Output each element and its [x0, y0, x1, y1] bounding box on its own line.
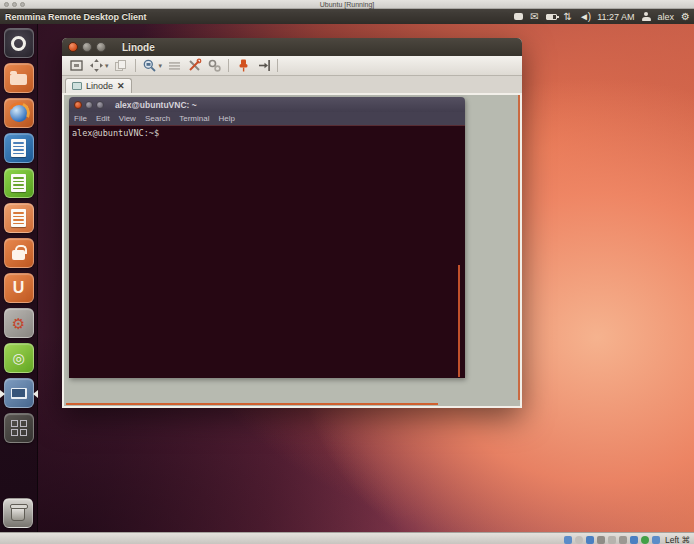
duplicate-icon[interactable] — [112, 57, 130, 74]
settings-gear-icon: ⚙ — [12, 316, 25, 331]
remmina-tabbar: Linode ✕ — [62, 76, 522, 93]
terminal-minimize-button[interactable] — [85, 101, 93, 109]
launcher-item-ubuntu-software-center[interactable] — [4, 238, 34, 268]
terminal-close-button[interactable] — [74, 101, 82, 109]
vnc-viewport[interactable]: alex@ubuntuVNC: ~ File Edit View Search … — [62, 93, 522, 408]
toolbar-separator — [228, 59, 229, 72]
launcher-item-home-folder[interactable] — [4, 63, 34, 93]
video-capture-icon[interactable] — [641, 536, 649, 544]
mail-icon[interactable]: ✉ — [530, 9, 538, 24]
launcher-item-dash-home[interactable] — [4, 28, 34, 58]
user-menu-label[interactable]: alex — [658, 12, 675, 22]
launcher-item-firefox[interactable] — [4, 98, 34, 128]
pan-dropdown-icon[interactable]: ▾ — [105, 62, 109, 70]
menu-search[interactable]: Search — [145, 114, 170, 123]
launcher-item-workspace-switcher[interactable] — [4, 413, 34, 443]
toolbar-separator — [277, 59, 278, 72]
launcher-item-libreoffice-calc[interactable] — [4, 168, 34, 198]
grab-keyboard-icon[interactable] — [165, 57, 183, 74]
optical-drives-icon[interactable] — [575, 536, 583, 544]
indicator-tray: ✉ ⇅ ◄) 11:27 AM alex ⚙ — [514, 9, 690, 24]
session-gear-icon[interactable]: ⚙ — [681, 9, 690, 24]
battery-icon[interactable] — [546, 14, 557, 20]
terminal-titlebar[interactable]: alex@ubuntuVNC: ~ — [69, 97, 465, 112]
top-panel: Remmina Remote Desktop Client ✉ ⇅ ◄) 11:… — [0, 9, 694, 24]
folder-icon — [10, 74, 27, 85]
terminal-title: alex@ubuntuVNC: ~ — [115, 100, 197, 110]
launcher-item-remmina[interactable] — [4, 378, 34, 408]
window-maximize-button[interactable] — [96, 42, 106, 52]
menu-edit[interactable]: Edit — [96, 114, 110, 123]
tab-label: Linode — [86, 81, 113, 91]
usb-icon[interactable] — [608, 536, 616, 544]
scale-dropdown-icon[interactable]: ▾ — [159, 62, 163, 70]
trash-icon — [11, 506, 25, 521]
menu-view[interactable]: View — [119, 114, 136, 123]
vm-window-titlebar[interactable]: Ubuntu [Running] — [0, 0, 694, 9]
tools-icon[interactable] — [185, 57, 203, 74]
network-icon[interactable] — [597, 536, 605, 544]
launcher-item-libreoffice-impress[interactable] — [4, 203, 34, 233]
workspaces-grid-icon — [11, 420, 27, 436]
launcher-item-software-updater[interactable]: ◎ — [4, 343, 34, 373]
shopping-bag-icon — [12, 250, 25, 260]
vnc-artifact-line — [518, 95, 520, 400]
launcher-item-trash[interactable] — [3, 498, 33, 528]
terminal-maximize-button[interactable] — [96, 101, 104, 109]
remote-terminal-window: alex@ubuntuVNC: ~ File Edit View Search … — [69, 97, 465, 378]
terminal-body[interactable]: alex@ubuntuVNC:~$ — [69, 125, 465, 378]
connection-icon — [72, 82, 82, 90]
network-updown-icon[interactable]: ⇅ — [564, 9, 572, 24]
remmina-window: Linode ▾ ▾ — [62, 38, 522, 408]
messages-icon[interactable] — [514, 13, 523, 20]
toolbar-separator — [135, 59, 136, 72]
unity-launcher: U ⚙ ◎ — [0, 24, 38, 532]
terminal-menubar: File Edit View Search Terminal Help — [69, 112, 465, 125]
terminal-prompt: alex@ubuntuVNC:~$ — [72, 128, 159, 138]
remmina-titlebar[interactable]: Linode — [62, 38, 522, 56]
calc-spreadsheet-icon — [11, 174, 26, 192]
volume-icon[interactable]: ◄) — [579, 9, 590, 24]
focused-indicator-icon — [29, 390, 38, 398]
clock[interactable]: 11:27 AM — [597, 12, 634, 22]
remmina-toolbar: ▾ ▾ — [62, 56, 522, 76]
features-icon[interactable] — [652, 536, 660, 544]
ubuntu-logo-icon — [11, 36, 26, 51]
settings-gears-icon[interactable] — [205, 57, 223, 74]
running-indicator-icon — [0, 390, 9, 398]
updater-icon: ◎ — [12, 351, 24, 365]
vnc-artifact-line — [66, 403, 438, 405]
disconnect-icon[interactable] — [234, 57, 252, 74]
app-menu-title[interactable]: Remmina Remote Desktop Client — [0, 12, 147, 22]
window-minimize-button[interactable] — [82, 42, 92, 52]
display-icon[interactable] — [630, 536, 638, 544]
menu-help[interactable]: Help — [218, 114, 234, 123]
fullscreen-icon[interactable] — [67, 57, 85, 74]
vm-status-icons: Left ⌘ — [564, 535, 690, 544]
audio-icon[interactable] — [586, 536, 594, 544]
remmina-window-title: Linode — [122, 42, 155, 53]
shared-folders-icon[interactable] — [619, 536, 627, 544]
firefox-icon — [10, 104, 28, 122]
menu-file[interactable]: File — [74, 114, 87, 123]
vnc-artifact-line — [458, 265, 460, 377]
pan-icon[interactable] — [87, 57, 105, 74]
hard-disks-icon[interactable] — [564, 536, 572, 544]
host-key-label: Left ⌘ — [665, 535, 690, 544]
vm-status-bar: Left ⌘ — [0, 532, 694, 544]
impress-presentation-icon — [11, 209, 26, 227]
vm-window-title: Ubuntu [Running] — [0, 0, 694, 9]
remmina-monitor-icon — [11, 388, 27, 399]
exit-icon[interactable] — [254, 57, 272, 74]
tab-close-icon[interactable]: ✕ — [117, 81, 125, 91]
scaled-view-icon[interactable] — [141, 57, 159, 74]
tab-linode[interactable]: Linode ✕ — [65, 78, 132, 93]
menu-terminal[interactable]: Terminal — [179, 114, 209, 123]
ubuntu-one-icon: U — [13, 280, 25, 296]
launcher-item-system-settings[interactable]: ⚙ — [4, 308, 34, 338]
user-icon[interactable] — [642, 12, 651, 21]
window-close-button[interactable] — [68, 42, 78, 52]
writer-document-icon — [11, 139, 26, 157]
launcher-item-ubuntu-one[interactable]: U — [4, 273, 34, 303]
launcher-item-libreoffice-writer[interactable] — [4, 133, 34, 163]
